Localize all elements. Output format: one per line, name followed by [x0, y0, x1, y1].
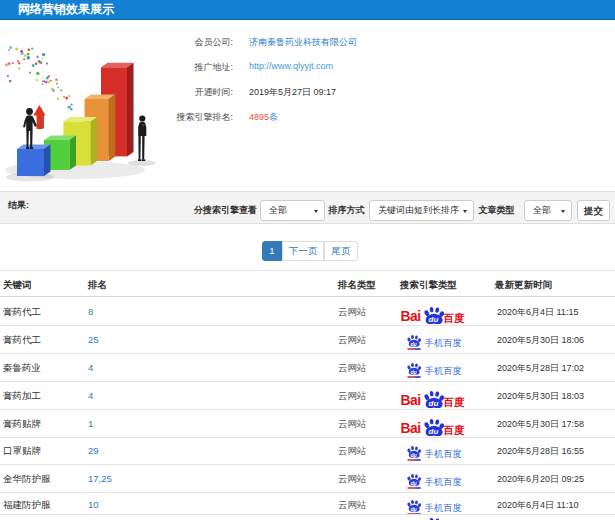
- svg-text:百度: 百度: [443, 396, 465, 408]
- svg-text:du: du: [428, 427, 438, 436]
- svg-text:du: du: [410, 452, 417, 458]
- svg-text:Bai: Bai: [401, 309, 421, 324]
- svg-text:百度: 百度: [443, 424, 465, 436]
- svg-text:手机百度: 手机百度: [425, 336, 462, 347]
- svg-text:手机百度: 手机百度: [425, 502, 462, 513]
- svg-text:百度: 百度: [443, 312, 465, 324]
- svg-text:du: du: [428, 315, 438, 324]
- svg-text:du: du: [428, 399, 438, 408]
- svg-text:du: du: [410, 340, 417, 346]
- svg-text:du: du: [410, 506, 417, 512]
- svg-text:手机百度: 手机百度: [425, 448, 462, 459]
- svg-text:du: du: [410, 479, 417, 485]
- svg-text:Bai: Bai: [401, 393, 421, 408]
- svg-text:Bai: Bai: [401, 421, 421, 436]
- svg-text:手机百度: 手机百度: [425, 364, 462, 375]
- svg-text:du: du: [410, 368, 417, 374]
- svg-text:手机百度: 手机百度: [425, 475, 462, 486]
